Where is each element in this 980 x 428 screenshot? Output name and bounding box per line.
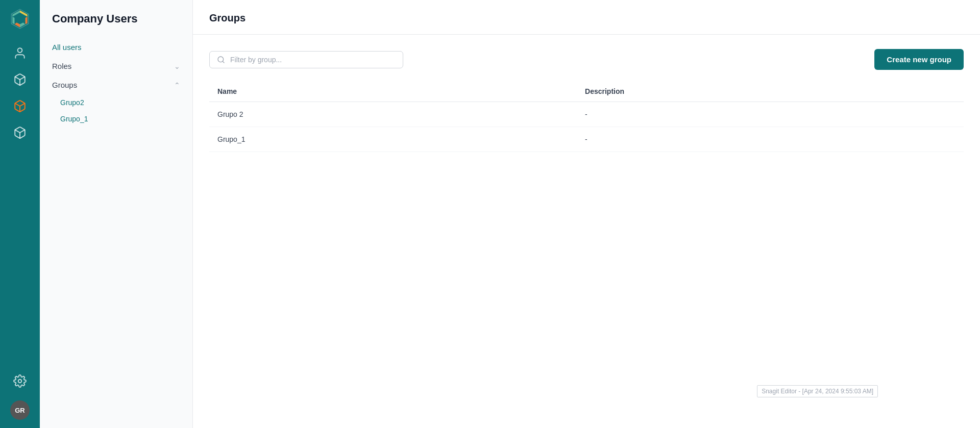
main-content: Groups Create new group Name Description <box>193 0 980 428</box>
cell-description: - <box>577 127 964 152</box>
cell-description: - <box>577 102 964 127</box>
nav-item-all-users[interactable]: All users <box>40 38 192 57</box>
chevron-up-icon: ⌃ <box>174 81 180 89</box>
chevron-down-icon: ⌄ <box>174 62 180 70</box>
icon-sidebar: GR <box>0 0 40 428</box>
table-row[interactable]: Grupo_1- <box>209 127 964 152</box>
nav-icon-cube3[interactable] <box>9 121 31 144</box>
nav-icon-settings[interactable] <box>9 370 31 392</box>
section-title: Groups <box>209 12 964 24</box>
cell-name: Grupo_1 <box>209 127 577 152</box>
left-panel: Company Users All users Roles ⌄ Groups ⌃… <box>40 0 193 428</box>
column-header-name: Name <box>209 82 577 102</box>
user-avatar[interactable]: GR <box>10 400 30 420</box>
create-new-group-button[interactable]: Create new group <box>874 49 964 70</box>
search-input[interactable] <box>230 56 396 64</box>
nav-icon-cube2[interactable] <box>9 95 31 117</box>
column-header-description: Description <box>577 82 964 102</box>
svg-point-6 <box>18 380 22 383</box>
sub-nav-item-grupo2[interactable]: Grupo2 <box>40 94 192 111</box>
nav-icon-cube1[interactable] <box>9 68 31 91</box>
nav-icon-users[interactable] <box>9 42 31 64</box>
table-row[interactable]: Grupo 2- <box>209 102 964 127</box>
main-body: Create new group Name Description Grupo … <box>193 35 980 428</box>
logo-icon[interactable] <box>9 8 31 30</box>
sub-nav-item-grupo1[interactable]: Grupo_1 <box>40 111 192 127</box>
cell-name: Grupo 2 <box>209 102 577 127</box>
nav-item-groups[interactable]: Groups ⌃ <box>40 75 192 94</box>
snagit-watermark: Snagit Editor - [Apr 24, 2024 9:55:03 AM… <box>757 385 878 397</box>
main-header: Groups <box>193 0 980 35</box>
groups-table: Name Description Grupo 2-Grupo_1- <box>209 82 964 152</box>
search-icon <box>217 56 225 64</box>
page-title: Company Users <box>40 12 192 38</box>
toolbar: Create new group <box>209 49 964 70</box>
nav-item-roles[interactable]: Roles ⌄ <box>40 57 192 75</box>
svg-line-8 <box>223 61 224 63</box>
svg-point-2 <box>18 48 22 53</box>
search-box[interactable] <box>209 51 403 68</box>
